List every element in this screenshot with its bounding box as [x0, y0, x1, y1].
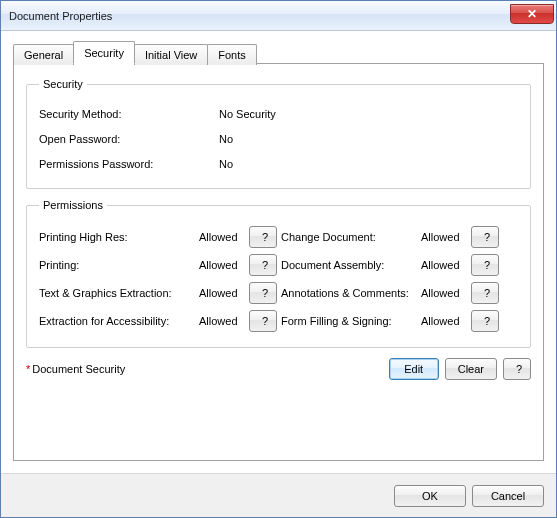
perm-label: Printing: [39, 259, 199, 271]
question-icon: ? [516, 363, 522, 375]
tab-panel-security: Security Security Method: No Security Op… [13, 63, 544, 461]
close-icon: ✕ [527, 7, 537, 21]
row-open-password: Open Password: No [39, 128, 518, 150]
label-security-method: Security Method: [39, 108, 219, 120]
tab-general[interactable]: General [13, 44, 74, 65]
perm-label: Printing High Res: [39, 231, 199, 243]
tab-security[interactable]: Security [73, 41, 135, 64]
tab-label: General [24, 49, 63, 61]
perm-value: Allowed [199, 287, 249, 299]
perm-label: Text & Graphics Extraction: [39, 287, 199, 299]
help-button[interactable]: ? [471, 254, 499, 276]
perm-label: Extraction for Accessibility: [39, 315, 199, 327]
perm-value: Allowed [199, 231, 249, 243]
security-legend: Security [39, 78, 87, 90]
perm-value: Allowed [421, 315, 471, 327]
button-label: Clear [458, 363, 484, 375]
clear-button[interactable]: Clear [445, 358, 497, 380]
perm-row: Printing: Allowed ? Document Assembly: A… [39, 253, 518, 277]
perm-label: Form Filling & Signing: [281, 315, 421, 327]
close-button[interactable]: ✕ [510, 4, 554, 24]
perm-value: Allowed [199, 259, 249, 271]
perm-value: Allowed [421, 231, 471, 243]
dialog-footer: OK Cancel [1, 473, 556, 517]
question-icon: ? [262, 287, 268, 299]
help-button[interactable]: ? [249, 226, 277, 248]
question-icon: ? [262, 259, 268, 271]
content-area: General Security Initial View Fonts Secu… [1, 31, 556, 473]
perm-row: Extraction for Accessibility: Allowed ? … [39, 309, 518, 333]
help-button[interactable]: ? [471, 310, 499, 332]
label-open-password: Open Password: [39, 133, 219, 145]
window-title: Document Properties [9, 10, 510, 22]
question-icon: ? [262, 315, 268, 327]
perm-row: Printing High Res: Allowed ? Change Docu… [39, 225, 518, 249]
tab-label: Security [84, 47, 124, 59]
perm-label: Document Assembly: [281, 259, 421, 271]
help-button[interactable]: ? [503, 358, 531, 380]
row-security-method: Security Method: No Security [39, 103, 518, 125]
perm-value: Allowed [199, 315, 249, 327]
value-open-password: No [219, 133, 299, 145]
tab-initial-view[interactable]: Initial View [134, 44, 208, 65]
permissions-group: Permissions Printing High Res: Allowed ?… [26, 199, 531, 348]
permissions-legend: Permissions [39, 199, 107, 211]
document-security-label: Document Security [32, 363, 125, 375]
dialog-window: Document Properties ✕ General Security I… [0, 0, 557, 518]
cancel-button[interactable]: Cancel [472, 485, 544, 507]
button-label: Edit [404, 363, 423, 375]
question-icon: ? [262, 231, 268, 243]
perm-row: Text & Graphics Extraction: Allowed ? An… [39, 281, 518, 305]
required-star-icon: * [26, 363, 30, 375]
perm-label: Annotations & Comments: [281, 287, 421, 299]
button-label: OK [422, 490, 438, 502]
help-button[interactable]: ? [249, 310, 277, 332]
help-button[interactable]: ? [249, 254, 277, 276]
help-button[interactable]: ? [471, 226, 499, 248]
label-permissions-password: Permissions Password: [39, 158, 219, 170]
document-security-row: * Document Security Edit Clear ? [26, 358, 531, 380]
question-icon: ? [484, 287, 490, 299]
tab-label: Fonts [218, 49, 246, 61]
help-button[interactable]: ? [471, 282, 499, 304]
tab-fonts[interactable]: Fonts [207, 44, 257, 65]
security-group: Security Security Method: No Security Op… [26, 78, 531, 189]
row-permissions-password: Permissions Password: No [39, 153, 518, 175]
question-icon: ? [484, 231, 490, 243]
perm-value: Allowed [421, 259, 471, 271]
value-security-method: No Security [219, 108, 299, 120]
question-icon: ? [484, 315, 490, 327]
value-permissions-password: No [219, 158, 299, 170]
perm-label: Change Document: [281, 231, 421, 243]
tab-strip: General Security Initial View Fonts [13, 41, 544, 64]
ok-button[interactable]: OK [394, 485, 466, 507]
tab-label: Initial View [145, 49, 197, 61]
help-button[interactable]: ? [249, 282, 277, 304]
button-label: Cancel [491, 490, 525, 502]
question-icon: ? [484, 259, 490, 271]
edit-button[interactable]: Edit [389, 358, 439, 380]
perm-value: Allowed [421, 287, 471, 299]
titlebar: Document Properties ✕ [1, 1, 556, 31]
